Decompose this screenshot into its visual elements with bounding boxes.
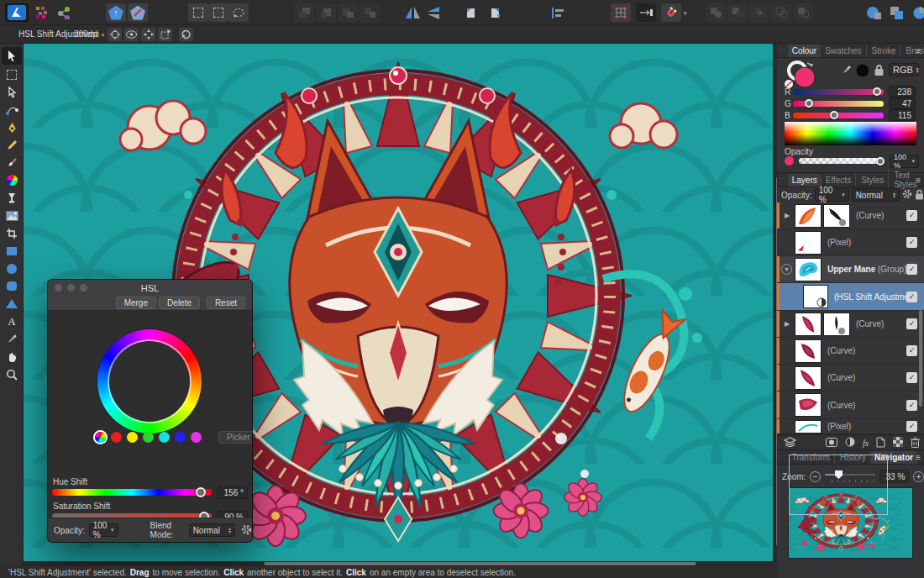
colour-wheel-tool[interactable] <box>2 172 22 188</box>
move-backward-button[interactable] <box>338 3 358 22</box>
place-image-tool[interactable] <box>2 208 22 223</box>
layer-row-curve-5[interactable]: (Curve) <box>777 391 924 419</box>
snapping-dropdown-caret[interactable]: ▾ <box>684 10 687 17</box>
geometry-merge-button[interactable] <box>887 3 907 22</box>
layer-row-curve-3[interactable]: (Curve) <box>777 338 924 365</box>
scale-handles-button[interactable] <box>141 28 155 41</box>
red-channel-dot[interactable] <box>111 432 122 443</box>
fill-tool[interactable] <box>2 190 22 206</box>
snapping-magnet-button[interactable] <box>661 3 681 22</box>
tab-swatches[interactable]: Swatches <box>821 45 865 57</box>
colour-opacity-combo[interactable]: 100 %▾ <box>890 155 919 168</box>
layer-visibility-checkbox[interactable] <box>906 345 917 356</box>
layer-visibility-checkbox[interactable] <box>906 318 917 329</box>
layer-row-curve-4[interactable]: (Curve) <box>777 365 924 391</box>
insert-inside-button[interactable] <box>188 3 208 22</box>
edit-selection-button[interactable] <box>228 3 249 22</box>
transform-origin-button[interactable] <box>158 28 172 41</box>
layer-visibility-checkbox[interactable] <box>906 237 917 248</box>
expand-chevron-icon[interactable]: ▶ <box>782 320 792 328</box>
layers-blend-combo[interactable]: Normal▴▾ <box>852 188 900 202</box>
rounded-rectangle-tool[interactable] <box>2 278 22 294</box>
layer-visibility-checkbox[interactable] <box>906 210 917 221</box>
boolean-subtract-button[interactable] <box>727 3 748 22</box>
affinity-logo[interactable] <box>5 3 29 22</box>
boolean-add-button[interactable] <box>706 3 726 22</box>
preview-button[interactable] <box>124 28 139 41</box>
layers-opacity-combo[interactable]: 100 %▾ <box>815 188 849 202</box>
tab-colour[interactable]: Colour <box>788 45 821 57</box>
cycle-selection-button[interactable] <box>179 28 193 41</box>
green-channel-slider[interactable] <box>793 101 884 107</box>
tab-stroke[interactable]: Stroke <box>866 45 900 57</box>
text-tool[interactable]: A <box>2 313 22 329</box>
hue-shift-value[interactable]: 156 ° <box>217 486 248 499</box>
layer-visibility-checkbox[interactable] <box>906 292 917 302</box>
master-channel-dot[interactable] <box>95 432 106 443</box>
alignment-button[interactable] <box>548 3 568 22</box>
window-traffic-lights[interactable] <box>55 284 87 292</box>
panel-menu-icon[interactable]: ≡ <box>916 453 921 462</box>
flip-vertical-button[interactable] <box>424 3 444 22</box>
vector-crop-tool[interactable] <box>2 225 22 241</box>
layers-gear-button[interactable] <box>902 189 912 201</box>
move-tool[interactable] <box>2 47 22 65</box>
flip-horizontal-button[interactable] <box>402 3 423 22</box>
move-to-front-button[interactable] <box>294 3 314 22</box>
colour-opacity-slider[interactable] <box>799 158 883 164</box>
export-persona-button[interactable] <box>54 3 74 22</box>
panel-drag-handle[interactable]: ∷ <box>780 46 785 55</box>
green-channel-value[interactable]: 47 <box>889 97 916 109</box>
colour-lock-button[interactable] <box>874 64 885 78</box>
move-forward-button[interactable] <box>316 3 336 22</box>
blue-channel-value[interactable]: 115 <box>889 109 916 121</box>
green-channel-dot[interactable] <box>143 432 154 443</box>
vector-brush-tool[interactable] <box>2 155 22 171</box>
triangle-tool[interactable] <box>2 296 22 312</box>
insert-behind-button[interactable] <box>208 3 228 22</box>
dialog-opacity-combo[interactable]: 100 %▾ <box>89 523 118 537</box>
geometry-add-button[interactable] <box>864 3 884 22</box>
blue-channel-slider[interactable] <box>793 113 884 118</box>
eyedropper-tool[interactable] <box>2 331 22 347</box>
layer-effects-button[interactable]: fx <box>863 439 869 448</box>
panel-menu-icon[interactable]: ≡ <box>916 46 921 55</box>
badge-edit-button[interactable] <box>128 3 148 22</box>
delete-button[interactable]: Delete <box>159 297 200 309</box>
rectangle-tool[interactable] <box>2 243 22 259</box>
panel-menu-icon[interactable]: ≡ <box>916 176 921 185</box>
layer-row-hsl-adjustment-selected[interactable]: (HSL Shift Adjustment) <box>777 283 924 311</box>
zoom-tool[interactable] <box>2 366 22 382</box>
panel-drag-handle[interactable]: ∷ <box>780 176 785 184</box>
layer-row-upper-mane-group[interactable]: ▼ Upper Mane (Group) <box>777 256 924 283</box>
boolean-divide-button[interactable] <box>771 3 791 22</box>
picker-button[interactable]: Picker <box>218 431 252 444</box>
red-channel-slider[interactable] <box>793 89 884 95</box>
dpi-dropdown[interactable]: 300dpi ▾ <box>74 29 104 39</box>
colour-mode-combo[interactable]: RGB▴▾ <box>889 63 919 76</box>
panel-drag-handle[interactable]: ∷ <box>780 453 785 461</box>
pen-tool[interactable] <box>2 119 22 135</box>
colour-eyedropper[interactable] <box>837 62 871 79</box>
layer-row-pixel-1[interactable]: (Pixel) <box>777 229 924 256</box>
move-to-back-button[interactable] <box>360 3 380 22</box>
node-tool[interactable] <box>2 84 22 100</box>
collapse-chevron-icon[interactable]: ▼ <box>781 264 792 275</box>
hue-colour-wheel[interactable] <box>97 329 202 434</box>
rotate-ccw-button[interactable] <box>461 3 481 22</box>
boolean-combine-button[interactable] <box>793 3 813 22</box>
pencil-tool[interactable] <box>2 137 22 153</box>
hand-tool[interactable] <box>2 349 22 365</box>
layers-scrollbar-thumb[interactable] <box>919 310 922 407</box>
colour-spectrum-box[interactable] <box>785 122 916 145</box>
merge-button[interactable]: Merge <box>116 297 156 309</box>
new-pixel-layer-button[interactable] <box>893 437 903 449</box>
badge-up-button[interactable]: ↑ <box>106 3 126 22</box>
expand-chevron-icon[interactable]: ▶ <box>782 212 792 219</box>
layers-lock-button[interactable] <box>915 189 924 202</box>
tab-effects[interactable]: Effects <box>822 174 855 187</box>
rotate-cw-button[interactable] <box>485 3 505 22</box>
navigator-viewport-rect[interactable] <box>789 455 888 515</box>
layer-visibility-checkbox[interactable] <box>906 421 917 432</box>
fill-stroke-selector[interactable] <box>782 60 841 89</box>
